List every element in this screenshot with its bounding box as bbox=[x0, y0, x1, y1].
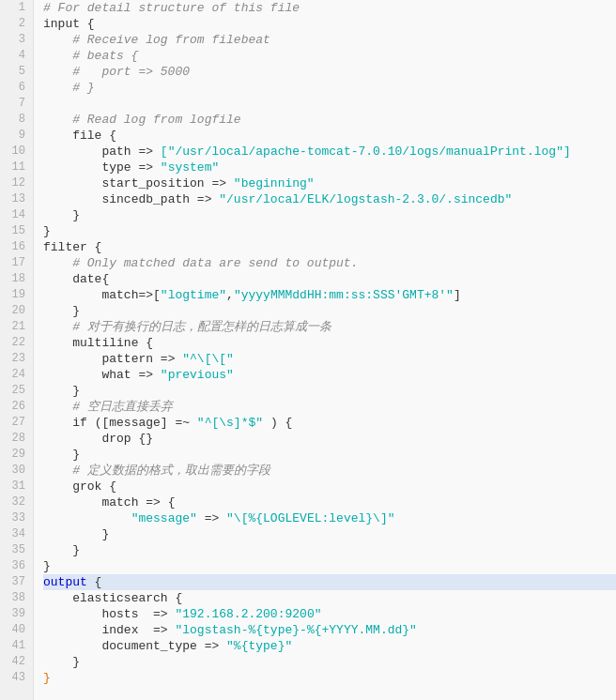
line-number: 33 bbox=[8, 510, 25, 526]
code-token: { bbox=[87, 575, 102, 589]
line-number: 37 bbox=[8, 574, 25, 590]
code-line: # 对于有换行的日志，配置怎样的日志算成一条 bbox=[43, 319, 616, 335]
code-token: drop bbox=[101, 432, 131, 446]
code-line: grok { bbox=[43, 479, 616, 495]
line-number: 22 bbox=[8, 335, 25, 351]
code-line: match=>["logtime","yyyyMMMddHH:mm:ss:SSS… bbox=[43, 287, 616, 303]
code-token: } bbox=[43, 208, 80, 222]
code-token: "system" bbox=[161, 160, 219, 175]
code-token: date bbox=[72, 272, 101, 286]
code-token bbox=[43, 479, 72, 494]
line-number: 43 bbox=[8, 670, 25, 686]
code-token: } bbox=[43, 655, 80, 669]
code-line: input { bbox=[43, 16, 616, 32]
code-line: filter { bbox=[43, 239, 616, 255]
code-token: => bbox=[153, 352, 182, 366]
code-line: # beats { bbox=[43, 48, 616, 64]
code-token: grok bbox=[72, 479, 101, 494]
code-line: start_position => "beginning" bbox=[43, 175, 616, 191]
line-number: 1 bbox=[8, 0, 25, 16]
code-token: => bbox=[131, 160, 161, 175]
line-number: 38 bbox=[8, 590, 25, 606]
code-line: } bbox=[43, 526, 616, 542]
code-token: => bbox=[197, 511, 226, 525]
code-token bbox=[43, 368, 101, 382]
code-token: input bbox=[43, 17, 80, 31]
code-line: } bbox=[43, 383, 616, 399]
code-token: => bbox=[131, 368, 161, 382]
code-token: { bbox=[87, 240, 102, 254]
code-token: # Receive log from filebeat bbox=[43, 33, 270, 47]
line-number: 26 bbox=[8, 399, 25, 415]
code-token: ["/usr/local/apache-tomcat-7.0.10/logs/m… bbox=[161, 145, 571, 159]
code-token: => bbox=[205, 176, 234, 190]
line-number: 16 bbox=[8, 239, 25, 255]
code-line: # Read log from logfile bbox=[43, 112, 616, 128]
line-number: 12 bbox=[8, 175, 25, 191]
code-token: { bbox=[101, 272, 109, 286]
code-token: hosts bbox=[101, 607, 146, 621]
code-line: } bbox=[43, 670, 616, 686]
line-number: 9 bbox=[8, 128, 25, 144]
code-line: # 空日志直接丢弃 bbox=[43, 399, 616, 415]
code-line: } bbox=[43, 207, 616, 223]
line-number: 32 bbox=[8, 495, 25, 510]
code-token: elasticsearch bbox=[72, 591, 167, 605]
code-token: sincedb_path bbox=[101, 192, 190, 206]
line-number: 2 bbox=[8, 16, 25, 32]
code-line: # 定义数据的格式，取出需要的字段 bbox=[43, 463, 616, 479]
line-number: 10 bbox=[8, 144, 25, 160]
code-line: if ([message] =~ "^[\s]*$" ) { bbox=[43, 415, 616, 431]
line-number: 7 bbox=[8, 96, 25, 112]
code-token: multiline bbox=[72, 336, 138, 350]
line-number: 18 bbox=[8, 271, 25, 287]
code-line: # } bbox=[43, 80, 616, 96]
code-line bbox=[43, 96, 616, 112]
line-number: 41 bbox=[8, 638, 25, 654]
line-number: 40 bbox=[8, 622, 25, 638]
code-token: { bbox=[101, 129, 116, 143]
code-token: ] bbox=[454, 288, 461, 302]
code-token: "previous" bbox=[161, 368, 234, 382]
code-line: # port => 5000 bbox=[43, 64, 616, 80]
code-token: # Only matched data are send to output. bbox=[43, 256, 358, 270]
code-token: => bbox=[146, 607, 175, 621]
line-number: 14 bbox=[8, 207, 25, 223]
code-line: # Receive log from filebeat bbox=[43, 32, 616, 48]
code-token: "beginning" bbox=[234, 176, 315, 190]
code-line: multiline { bbox=[43, 335, 616, 351]
code-token bbox=[43, 639, 101, 653]
code-token: "^\[\[" bbox=[182, 352, 234, 366]
code-token: ([message] =~ bbox=[87, 416, 197, 430]
code-token: } bbox=[43, 384, 80, 398]
line-number: 36 bbox=[8, 558, 25, 574]
line-number: 6 bbox=[8, 80, 25, 96]
code-token: index bbox=[101, 623, 146, 637]
line-number: 24 bbox=[8, 367, 25, 383]
code-token bbox=[43, 607, 101, 621]
code-token: path bbox=[101, 145, 131, 159]
code-line: drop {} bbox=[43, 431, 616, 447]
code-token bbox=[43, 432, 101, 446]
code-token: filter bbox=[43, 240, 87, 254]
code-line: sincedb_path => "/usr/local/ELK/logstash… bbox=[43, 191, 616, 207]
code-line: } bbox=[43, 654, 616, 670]
line-number: 34 bbox=[8, 526, 25, 542]
code-token: # 空日志直接丢弃 bbox=[43, 400, 173, 414]
code-token bbox=[43, 192, 101, 206]
code-line: } bbox=[43, 447, 616, 463]
line-number: 39 bbox=[8, 606, 25, 622]
code-token: { bbox=[80, 17, 95, 31]
code-line: output { bbox=[43, 574, 616, 590]
code-token: => { bbox=[138, 495, 175, 510]
code-token: "^[\s]*$" bbox=[197, 416, 263, 430]
line-numbers: 1234567891011121314151617181920212223242… bbox=[0, 0, 34, 700]
line-number: 28 bbox=[8, 431, 25, 447]
line-number: 5 bbox=[8, 64, 25, 80]
code-content[interactable]: # For detail structure of this fileinput… bbox=[34, 0, 616, 700]
code-token: "\[%{LOGLEVEL:level}\]" bbox=[226, 511, 394, 525]
code-token bbox=[43, 352, 101, 366]
code-line: } bbox=[43, 303, 616, 319]
code-line: what => "previous" bbox=[43, 367, 616, 383]
code-token: "192.168.2.200:9200" bbox=[175, 607, 321, 621]
